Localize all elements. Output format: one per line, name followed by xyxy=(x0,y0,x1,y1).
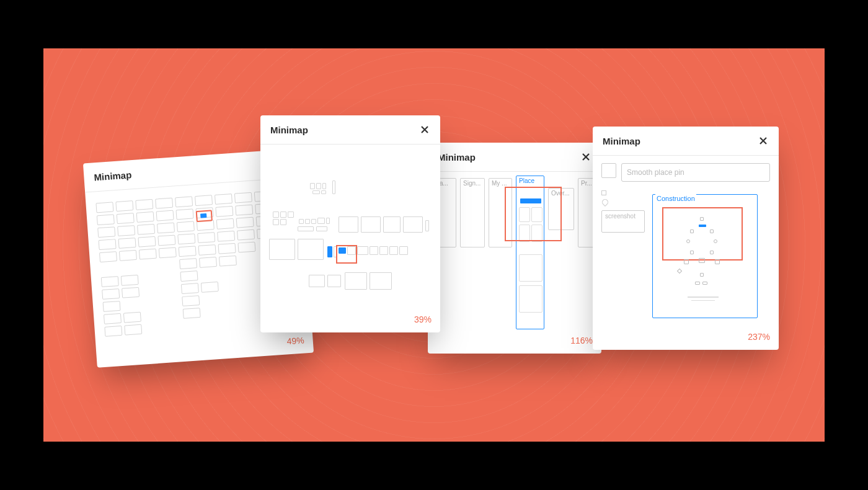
frame-thumbnail xyxy=(175,208,193,220)
zoom-level[interactable]: 49% xyxy=(286,335,304,346)
panel-title: Minimap xyxy=(603,136,640,146)
close-icon[interactable] xyxy=(580,151,591,163)
frame-thumbnail xyxy=(122,287,140,298)
zoom-level[interactable]: 237% xyxy=(748,332,770,342)
frame-thumbnail xyxy=(235,205,253,216)
frame-thumbnail xyxy=(181,283,199,294)
frame-column: Sign... xyxy=(460,178,485,247)
frame-label: a... xyxy=(440,180,453,187)
minimap-panel-2[interactable]: Minimap xyxy=(260,115,440,332)
panel-header: Minimap xyxy=(593,127,779,156)
frame-label: screenshot xyxy=(605,213,636,220)
frame-thumbnail xyxy=(115,200,133,212)
frame-construction: Construction xyxy=(652,194,758,318)
side-frames: screenshot xyxy=(601,190,645,233)
frame-thumbnail xyxy=(99,239,117,250)
panel-title: Minimap xyxy=(438,152,476,163)
frame-thumbnail xyxy=(103,301,121,312)
minimap-viewport[interactable]: Smooth place pin screenshot Construction xyxy=(593,156,779,348)
frame-thumbnail xyxy=(179,246,197,257)
frame-thumbnail xyxy=(236,217,254,228)
frame-label-box: Smooth place pin xyxy=(621,163,770,182)
frame-thumbnail xyxy=(157,235,175,246)
frame-thumbnail xyxy=(121,275,139,286)
frame-thumbnail xyxy=(201,282,219,293)
frame-thumbnail xyxy=(135,199,153,210)
frame-label: My ... xyxy=(492,180,509,187)
frame-label: Place xyxy=(519,177,541,184)
minimap-viewport[interactable]: 39% xyxy=(260,145,440,331)
frame-thumbnail xyxy=(117,213,135,224)
frame-thumbnail xyxy=(139,249,157,260)
frame-thumbnail xyxy=(234,192,252,203)
frame-thumbnail xyxy=(199,257,217,268)
frame-thumbnail xyxy=(117,225,135,236)
selected-frame xyxy=(200,213,206,218)
frame-thumbnail xyxy=(601,163,616,178)
frame-thumbnail xyxy=(177,221,195,232)
frame-thumbnail xyxy=(216,218,234,229)
frame-label: Pr... xyxy=(581,180,593,187)
screenshot-frame: screenshot xyxy=(601,210,645,233)
frame-thumbnail xyxy=(197,232,215,243)
stage: Minimap 49% Minimap xyxy=(43,48,825,442)
frame-label: Smooth place pin xyxy=(627,168,684,177)
frame-thumbnail xyxy=(95,202,113,213)
minimap-panel-4[interactable]: Minimap Smooth place pin screenshot Cons… xyxy=(593,127,779,350)
frame-thumbnail xyxy=(99,251,117,262)
frame-thumbnail xyxy=(197,220,215,231)
frame-column: Over... xyxy=(548,188,574,230)
frame-thumbnail xyxy=(215,194,232,205)
frame-thumbnail xyxy=(118,238,136,249)
zoom-level[interactable]: 39% xyxy=(414,314,432,324)
pin-icon xyxy=(601,198,609,207)
selected-frame xyxy=(339,247,346,254)
panel-title: Minimap xyxy=(270,125,308,135)
frame-thumbnail xyxy=(601,190,606,195)
frame-label: Over... xyxy=(551,190,571,197)
frame-thumbnail xyxy=(237,242,255,253)
frame-column-selected: Place xyxy=(516,176,544,329)
frame-label: Sign... xyxy=(463,180,482,187)
frame-thumbnail xyxy=(97,226,115,238)
close-icon[interactable] xyxy=(758,135,769,146)
frame-thumbnail xyxy=(102,288,120,300)
frame-thumbnail xyxy=(215,206,233,217)
minimap-panel-3[interactable]: Minimap a... Sign... My ... Place xyxy=(428,143,601,354)
frame-thumbnail xyxy=(119,250,137,261)
frame-thumbnail xyxy=(104,313,122,324)
frame-thumbnail xyxy=(157,223,175,234)
viewport-indicator[interactable] xyxy=(662,207,743,261)
frame-thumbnail xyxy=(137,224,155,235)
frame-thumbnail xyxy=(180,270,198,282)
frame-thumbnail xyxy=(195,195,213,206)
frame-thumbnail xyxy=(123,312,141,323)
frame-thumbnail xyxy=(159,247,177,258)
frame-thumbnail xyxy=(97,214,115,225)
zoom-level[interactable]: 116% xyxy=(570,336,593,345)
frame-thumbnail xyxy=(138,236,156,247)
minimap-viewport[interactable]: a... Sign... My ... Place Over... Pr... … xyxy=(428,172,601,352)
frame-thumbnail xyxy=(101,276,119,287)
panel-header: Minimap xyxy=(428,143,601,172)
close-icon[interactable] xyxy=(419,124,430,135)
frame-thumbnail xyxy=(177,233,195,244)
frame-thumbnail xyxy=(219,256,237,267)
frame-column: My ... xyxy=(489,178,512,247)
frame-thumbnail xyxy=(136,212,154,223)
frame-thumbnail xyxy=(198,244,216,256)
frame-thumbnail xyxy=(124,324,142,336)
frame-thumbnail xyxy=(182,295,200,306)
frame-thumbnail xyxy=(156,210,174,221)
frame-thumbnail xyxy=(218,243,236,254)
panel-title: Minimap xyxy=(94,169,132,182)
frame-label: Construction xyxy=(655,194,696,203)
frame-thumbnail xyxy=(237,229,255,241)
panel-header: Minimap xyxy=(260,115,440,145)
selected-frame xyxy=(327,246,332,257)
frame-thumbnail xyxy=(175,196,193,207)
frame-thumbnail xyxy=(183,308,201,319)
frame-thumbnail xyxy=(155,198,173,209)
frame-thumbnail xyxy=(179,258,197,269)
frame-thumbnail xyxy=(104,326,122,337)
